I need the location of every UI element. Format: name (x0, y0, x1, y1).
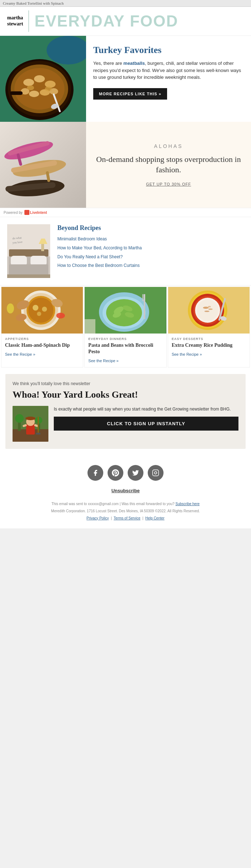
privacy-policy-link[interactable]: Privacy Policy (86, 516, 109, 520)
recipe-grid: APPETIZERS Classic Ham-and-Spinach Dip S… (0, 286, 251, 369)
svg-rect-17 (10, 91, 23, 95)
beyond-content: Beyond Recipes Minimalist Bedroom Ideas … (57, 224, 244, 278)
meatballs-link[interactable]: meatballs (123, 61, 145, 66)
recipe-card-2: EASY DESSERTS Extra Creamy Rice Pudding … (168, 287, 250, 368)
recipe-link-1[interactable]: See the Recipe » (88, 359, 118, 363)
ad-link[interactable]: GET UP TO 30% OFF (146, 182, 191, 186)
recipe-image-appetizer (1, 287, 83, 334)
beyond-link-3[interactable]: How to Choose the Best Bedroom Curtains (57, 263, 244, 269)
svg-point-44 (28, 298, 53, 323)
svg-rect-66 (85, 319, 95, 334)
browser-tab: Creamy Baked Tortellini with Spinach (0, 0, 251, 7)
newsletter-headline: Whoa! Your Yard Looks Great! (13, 389, 238, 400)
newsletter-intro: We think you'll totally love this newsle… (13, 381, 238, 386)
recipe-link-0[interactable]: See the Recipe » (5, 352, 35, 356)
svg-point-46 (42, 307, 47, 312)
beyond-link-1[interactable]: How to Make Your Bed, According to Marth… (57, 245, 244, 251)
svg-rect-94 (153, 470, 159, 476)
ad-section: ALOHAS On-demand shopping stops overprod… (0, 122, 251, 208)
recipe-image-pasta (85, 287, 166, 334)
header-divider (28, 10, 29, 32)
signup-button[interactable]: CLICK TO SIGN UP INSTANTLY (54, 417, 238, 431)
beyond-link-2[interactable]: Do You Really Need a Flat Sheet? (57, 254, 244, 260)
recipe-category-0: APPETIZERS (5, 337, 79, 341)
svg-rect-63 (142, 294, 143, 301)
svg-point-77 (208, 306, 211, 307)
newsletter-desc: Is exactly what people will say when you… (54, 406, 238, 412)
svg-rect-92 (38, 417, 39, 435)
li-icon (24, 210, 29, 215)
beyond-recipes-section: do what you love (0, 217, 251, 286)
facebook-icon[interactable] (87, 465, 103, 481)
ad-headline: On-demand shopping stops overproduction … (95, 154, 242, 175)
svg-rect-34 (11, 256, 27, 266)
recipe-name-0: Classic Ham-and-Spinach Dip (5, 342, 79, 349)
svg-point-74 (203, 307, 209, 309)
recipe-card-1: EVERYDAY DINNERS Pasta and Beans with Br… (84, 287, 166, 368)
svg-rect-89 (28, 417, 33, 419)
email-header: martha stewart EVERYDAY FOOD (0, 7, 251, 36)
svg-rect-65 (143, 294, 144, 301)
twitter-icon[interactable] (128, 465, 143, 481)
svg-rect-93 (36, 433, 41, 435)
svg-point-47 (37, 312, 41, 316)
pinterest-icon[interactable] (108, 465, 123, 481)
beyond-image: do what you love (7, 224, 50, 278)
footer-legal-2: Meredith Corporation. 1716 Locust Street… (7, 508, 244, 514)
newsletter-text-col: Is exactly what people will say when you… (54, 406, 238, 431)
powered-by-bar: Powered by LiveIntent (0, 208, 251, 217)
svg-point-52 (7, 303, 14, 313)
ad-image (0, 122, 86, 208)
hero-section: Turkey Favorites Yes, there are meatball… (0, 36, 251, 122)
hero-image (0, 36, 86, 122)
recipe-name-1: Pasta and Beans with Broccoli Pesto (88, 342, 162, 355)
footer-links: Privacy Policy | Terms of Service | Help… (7, 515, 244, 521)
recipe-card-content-0: APPETIZERS Classic Ham-and-Spinach Dip S… (1, 334, 83, 361)
svg-point-51 (56, 313, 65, 318)
more-recipes-button[interactable]: MORE RECIPES LIKE THIS » (93, 88, 167, 100)
svg-point-75 (208, 308, 213, 310)
liveintent-logo: LiveIntent (24, 210, 47, 215)
newsletter-section: We think you'll totally love this newsle… (5, 374, 246, 449)
unsubscribe-text[interactable]: Unsubscribe (7, 488, 244, 493)
hero-title: Turkey Favorites (93, 45, 244, 56)
terms-link[interactable]: Terms of Service (114, 516, 140, 520)
instagram-icon[interactable] (148, 465, 164, 481)
martha-stewart-logo: martha stewart (7, 15, 23, 27)
svg-rect-37 (41, 244, 44, 251)
ad-brand: ALOHAS (154, 143, 183, 149)
hero-content: Turkey Favorites Yes, there are meatball… (86, 36, 251, 122)
svg-rect-64 (145, 294, 145, 301)
recipe-card-content-2: EASY DESSERTS Extra Creamy Rice Pudding … (168, 334, 250, 361)
svg-rect-39 (7, 274, 50, 278)
footer-legal-1: This email was sent to xxxxxx@gmail.com … (7, 501, 244, 507)
svg-point-83 (15, 414, 24, 423)
social-icons (7, 465, 244, 481)
recipe-card-0: APPETIZERS Classic Ham-and-Spinach Dip S… (1, 287, 83, 368)
beyond-title: Beyond Recipes (57, 224, 244, 232)
social-footer: Unsubscribe (0, 454, 251, 501)
newsletter-title: EVERYDAY FOOD (34, 12, 178, 30)
recipe-link-2[interactable]: See the Recipe » (172, 352, 202, 356)
beyond-link-0[interactable]: Minimalist Bedroom Ideas (57, 236, 244, 242)
recipe-category-2: EASY DESSERTS (172, 337, 246, 341)
svg-point-76 (204, 311, 209, 312)
hero-body: Yes, there are meatballs, burgers, chili… (93, 60, 244, 81)
recipe-card-content-1: EVERYDAY DINNERS Pasta and Beans with Br… (85, 334, 166, 367)
help-link[interactable]: Help Center (145, 516, 164, 520)
recipe-category-1: EVERYDAY DINNERS (88, 337, 162, 341)
svg-point-45 (33, 305, 38, 311)
subscribe-link[interactable]: Subscribe here (175, 502, 199, 506)
footer-legal: This email was sent to xxxxxx@gmail.com … (0, 501, 251, 528)
ad-content: ALOHAS On-demand shopping stops overprod… (86, 122, 251, 208)
svg-rect-35 (30, 256, 47, 266)
recipe-image-dessert (168, 287, 250, 334)
svg-point-73 (197, 299, 218, 321)
newsletter-image (13, 406, 48, 442)
newsletter-body: Is exactly what people will say when you… (13, 406, 238, 442)
recipe-name-2: Extra Creamy Rice Pudding (172, 342, 246, 349)
